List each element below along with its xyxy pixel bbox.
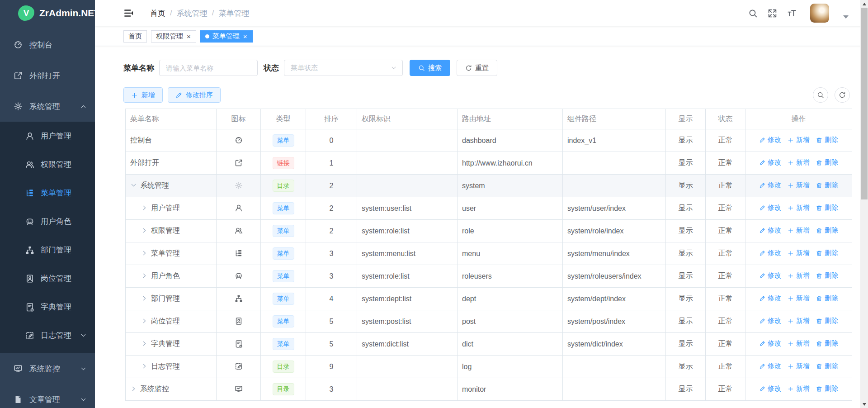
search-button[interactable]: 搜索 bbox=[410, 60, 450, 76]
chevron-right-icon[interactable] bbox=[141, 227, 148, 234]
hamburger-icon[interactable] bbox=[124, 8, 134, 18]
chevron-right-icon[interactable] bbox=[141, 363, 148, 370]
reset-button[interactable]: 重置 bbox=[457, 60, 497, 76]
user-avatar[interactable] bbox=[810, 4, 829, 23]
show-search-button[interactable] bbox=[813, 87, 828, 103]
logo[interactable]: V ZrAdmin.NET bbox=[0, 0, 95, 26]
chevron-right-icon[interactable] bbox=[141, 318, 148, 324]
scrollbar-thumb[interactable] bbox=[861, 8, 868, 199]
org-tree-icon bbox=[25, 246, 34, 255]
edit-link[interactable]: 修改 bbox=[759, 362, 781, 370]
fullscreen-icon[interactable] bbox=[768, 9, 777, 18]
delete-link[interactable]: 删除 bbox=[816, 136, 838, 144]
edit-link[interactable]: 修改 bbox=[759, 249, 781, 257]
trash-icon bbox=[816, 228, 822, 234]
edit-link[interactable]: 修改 bbox=[759, 339, 781, 348]
type-tag: 菜单 bbox=[273, 315, 294, 327]
edit-link[interactable]: 修改 bbox=[759, 271, 781, 280]
tab-menu[interactable]: 菜单管理× bbox=[200, 30, 253, 43]
close-icon[interactable]: × bbox=[186, 33, 191, 40]
delete-link[interactable]: 删除 bbox=[816, 181, 838, 190]
delete-link[interactable]: 删除 bbox=[816, 271, 838, 280]
reorder-button[interactable]: 修改排序 bbox=[168, 87, 221, 103]
chevron-right-icon[interactable] bbox=[141, 204, 148, 211]
scroll-up-button[interactable] bbox=[860, 0, 868, 8]
sidebar-item-external-open[interactable]: 外部打开 bbox=[0, 60, 95, 91]
plus-icon bbox=[788, 228, 794, 234]
add-link[interactable]: 新增 bbox=[788, 362, 810, 370]
add-link[interactable]: 新增 bbox=[788, 181, 810, 190]
edit-link[interactable]: 修改 bbox=[759, 384, 781, 393]
edit-link[interactable]: 修改 bbox=[759, 226, 781, 235]
delete-link[interactable]: 删除 bbox=[816, 226, 838, 235]
edit-link[interactable]: 修改 bbox=[759, 181, 781, 190]
add-link[interactable]: 新增 bbox=[788, 384, 810, 393]
add-link[interactable]: 新增 bbox=[788, 339, 810, 348]
menu-icon-cell bbox=[217, 333, 261, 356]
sidebar-item-dept-mgmt[interactable]: 部门管理 bbox=[0, 236, 95, 264]
breadcrumb-item-0[interactable]: 首页 bbox=[150, 8, 165, 19]
add-button[interactable]: 新增 bbox=[123, 87, 163, 103]
chevron-right-icon bbox=[141, 272, 148, 279]
sidebar-item-user-role[interactable]: 用户角色 bbox=[0, 207, 95, 236]
scroll-down-button[interactable] bbox=[860, 400, 868, 408]
font-size-icon[interactable] bbox=[787, 9, 797, 18]
sidebar-item-sys-monitor[interactable]: 系统监控 bbox=[0, 353, 95, 384]
edit-link[interactable]: 修改 bbox=[759, 158, 781, 167]
refresh-table-button[interactable] bbox=[835, 87, 850, 103]
delete-link[interactable]: 删除 bbox=[816, 249, 838, 257]
menu-status-cell: 正常 bbox=[706, 265, 745, 288]
add-link[interactable]: 新增 bbox=[788, 136, 810, 144]
sidebar-item-system-mgmt[interactable]: 系统管理 bbox=[0, 91, 95, 122]
sidebar-item-log-mgmt[interactable]: 日志管理 bbox=[0, 321, 95, 350]
add-link[interactable]: 新增 bbox=[788, 158, 810, 167]
tab-role[interactable]: 权限管理× bbox=[151, 30, 196, 43]
delete-link[interactable]: 删除 bbox=[816, 294, 838, 303]
chevron-right-icon[interactable] bbox=[141, 250, 148, 256]
edit-link[interactable]: 修改 bbox=[759, 136, 781, 144]
chevron-right-icon[interactable] bbox=[130, 385, 137, 392]
chevron-right-icon[interactable] bbox=[141, 295, 148, 302]
sidebar-item-user-mgmt[interactable]: 用户管理 bbox=[0, 122, 95, 150]
sidebar-item-console[interactable]: 控制台 bbox=[0, 29, 95, 60]
menu-route-cell: monitor bbox=[458, 378, 563, 401]
add-link[interactable]: 新增 bbox=[788, 317, 810, 325]
add-link[interactable]: 新增 bbox=[788, 249, 810, 257]
delete-link[interactable]: 删除 bbox=[816, 362, 838, 370]
edit-link[interactable]: 修改 bbox=[759, 317, 781, 325]
table-row-menu-mgmt: 菜单管理菜单3system:menu:listmenusystem/menu/i… bbox=[126, 242, 852, 265]
sidebar-item-post-mgmt[interactable]: 岗位管理 bbox=[0, 264, 95, 293]
delete-link[interactable]: 删除 bbox=[816, 204, 838, 212]
add-link[interactable]: 新增 bbox=[788, 294, 810, 303]
sidebar-item-dict-mgmt[interactable]: 字典管理 bbox=[0, 293, 95, 321]
search-icon[interactable] bbox=[748, 9, 758, 18]
delete-link[interactable]: 删除 bbox=[816, 339, 838, 348]
chevron-down-icon[interactable] bbox=[130, 182, 137, 189]
delete-link[interactable]: 删除 bbox=[816, 158, 838, 167]
edit-link[interactable]: 修改 bbox=[759, 204, 781, 212]
edit-link[interactable]: 修改 bbox=[759, 294, 781, 303]
menu-name-text: 用户角色 bbox=[151, 272, 180, 280]
trash-icon bbox=[816, 137, 822, 143]
menu-sort-cell: 2 bbox=[306, 197, 357, 220]
menu-component-cell: index_v1 bbox=[563, 129, 666, 152]
menu-name-input[interactable] bbox=[159, 60, 258, 76]
add-link[interactable]: 新增 bbox=[788, 204, 810, 212]
chevron-right-icon[interactable] bbox=[141, 272, 148, 279]
breadcrumb: 首页/系统管理/菜单管理 bbox=[150, 8, 249, 19]
sidebar-item-role-mgmt[interactable]: 权限管理 bbox=[0, 150, 95, 179]
close-icon[interactable]: × bbox=[243, 33, 248, 40]
delete-link[interactable]: 删除 bbox=[816, 317, 838, 325]
add-link[interactable]: 新增 bbox=[788, 271, 810, 280]
sidebar-item-article-mgmt[interactable]: 文章管理 bbox=[0, 384, 95, 408]
tab-home[interactable]: 首页 bbox=[123, 30, 147, 43]
caret-down-icon[interactable] bbox=[843, 15, 849, 19]
status-select[interactable]: 菜单状态 bbox=[284, 60, 403, 76]
chevron-right-icon[interactable] bbox=[141, 340, 148, 347]
menu-route-cell: dict bbox=[458, 333, 563, 356]
menu-name-cell: 用户角色 bbox=[126, 265, 217, 288]
add-link[interactable]: 新增 bbox=[788, 226, 810, 235]
column-header-route: 路由地址 bbox=[458, 109, 563, 129]
delete-link[interactable]: 删除 bbox=[816, 384, 838, 393]
sidebar-item-menu-mgmt[interactable]: 菜单管理 bbox=[0, 179, 95, 207]
